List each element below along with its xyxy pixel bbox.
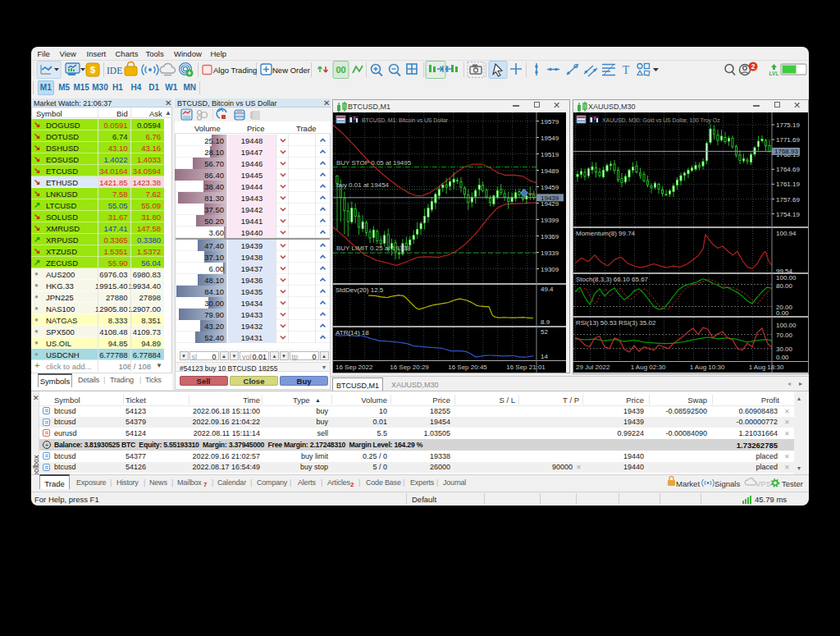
svg-text:2: 2 bbox=[751, 62, 756, 71]
svg-text:$: $ bbox=[90, 65, 95, 75]
svg-text:16 Sep 21:01: 16 Sep 21:01 bbox=[506, 364, 546, 371]
svg-text:19339: 19339 bbox=[541, 249, 559, 257]
svg-text:ATR(14) 18: ATR(14) 18 bbox=[336, 329, 369, 336]
svg-text:0.00: 0.00 bbox=[776, 354, 789, 361]
svg-text:19439: 19439 bbox=[541, 194, 559, 202]
svg-text:1768.93: 1768.93 bbox=[774, 148, 798, 155]
svg-text:16 Sep 20:29: 16 Sep 20:29 bbox=[390, 364, 429, 371]
svg-text:T: T bbox=[623, 64, 630, 76]
svg-text:Momentum(8) 99.74: Momentum(8) 99.74 bbox=[576, 230, 636, 237]
svg-text:16 Sep 20:45: 16 Sep 20:45 bbox=[448, 364, 487, 371]
svg-text:100.00: 100.00 bbox=[776, 274, 797, 281]
svg-text:BUY STOP 0.05 at 19495: BUY STOP 0.05 at 19495 bbox=[336, 159, 412, 167]
svg-text:19519: 19519 bbox=[541, 151, 559, 158]
svg-text:19549: 19549 bbox=[541, 135, 559, 142]
svg-text:1775.19: 1775.19 bbox=[776, 121, 800, 129]
svg-text:100.00: 100.00 bbox=[776, 322, 797, 329]
svg-text:IDE: IDE bbox=[107, 66, 122, 75]
svg-text:1 Aug 18:30: 1 Aug 18:30 bbox=[749, 364, 784, 371]
svg-text:19399: 19399 bbox=[541, 217, 559, 224]
svg-text:1 Aug 10:30: 1 Aug 10:30 bbox=[690, 364, 725, 371]
svg-text:1764.69: 1764.69 bbox=[776, 166, 800, 173]
svg-text:LVL: LVL bbox=[769, 71, 779, 76]
svg-text:1754.19: 1754.19 bbox=[776, 211, 800, 218]
svg-text:BUY LIMIT 0.25 at 19338: BUY LIMIT 0.25 at 19338 bbox=[336, 245, 411, 252]
svg-text:19369: 19369 bbox=[541, 233, 559, 240]
svg-text:29 Jul 2022: 29 Jul 2022 bbox=[576, 364, 610, 371]
svg-text:19579: 19579 bbox=[541, 118, 559, 126]
svg-text:RSI(13) 50.53 RSI(3) 35.02: RSI(13) 50.53 RSI(3) 35.02 bbox=[576, 319, 656, 327]
svg-text:52: 52 bbox=[541, 328, 548, 336]
svg-text:19459: 19459 bbox=[541, 184, 559, 191]
svg-text:30.00: 30.00 bbox=[776, 345, 793, 353]
svg-text:19309: 19309 bbox=[541, 266, 559, 273]
svg-text:80.00: 80.00 bbox=[776, 282, 793, 290]
svg-text:XAUUSD, M30: Gold vs US Dolla: XAUUSD, M30: Gold vs US Dollar, 100 Troy… bbox=[602, 117, 720, 124]
svg-text:49.4: 49.4 bbox=[541, 286, 554, 293]
svg-text:1 Aug 02:30: 1 Aug 02:30 bbox=[631, 364, 666, 371]
svg-text:1771.69: 1771.69 bbox=[776, 136, 800, 144]
svg-text:StdDev(20) 12.5: StdDev(20) 12.5 bbox=[336, 286, 384, 294]
svg-text:19489: 19489 bbox=[541, 167, 559, 175]
svg-text:8.9: 8.9 bbox=[541, 318, 550, 326]
svg-text:70.00: 70.00 bbox=[776, 332, 793, 339]
svg-text:16 Sep 2022: 16 Sep 2022 bbox=[336, 364, 373, 371]
svg-text:14: 14 bbox=[541, 353, 548, 360]
svg-text:buy 0.01 at 19454: buy 0.01 at 19454 bbox=[336, 181, 390, 189]
svg-text:00: 00 bbox=[336, 65, 345, 75]
svg-text:100.94: 100.94 bbox=[776, 230, 797, 237]
svg-text:0.00: 0.00 bbox=[776, 309, 789, 317]
svg-text:1757.69: 1757.69 bbox=[776, 196, 800, 204]
svg-text:Stoch(8,3,3) 66.10 65.67: Stoch(8,3,3) 66.10 65.67 bbox=[576, 276, 649, 283]
svg-text:1761.19: 1761.19 bbox=[776, 181, 800, 188]
svg-text:BTCUSD, M1: Bitcoin vs US Dol: BTCUSD, M1: Bitcoin vs US Dollar bbox=[362, 117, 449, 123]
